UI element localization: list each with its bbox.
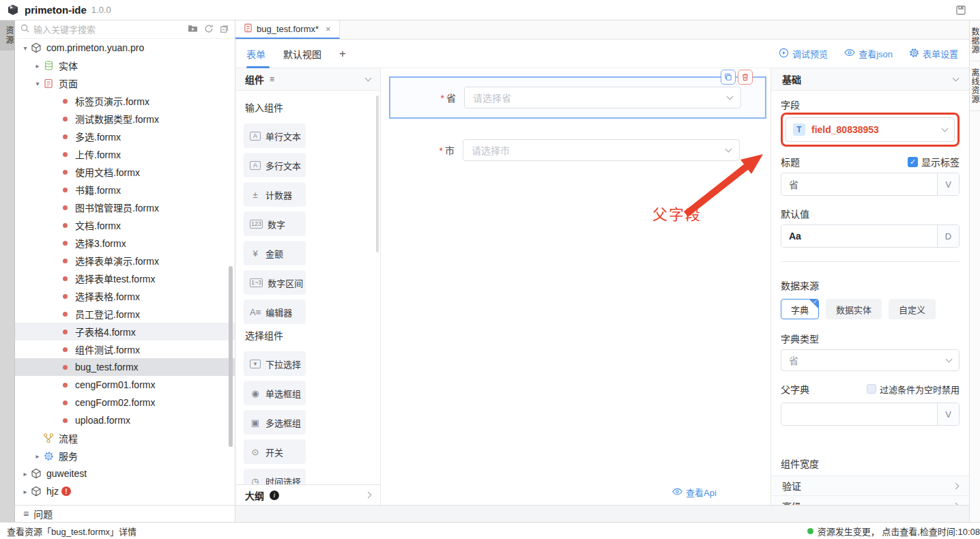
collapsed-section-row[interactable]: 验证	[771, 476, 969, 496]
palette-item[interactable]: A多行文本	[244, 153, 306, 177]
add-view-button[interactable]: +	[339, 47, 346, 61]
palette-menu-icon[interactable]: ≡	[270, 74, 274, 84]
problems-panel-toggle[interactable]: ≡ 问题	[15, 505, 235, 522]
tree-item[interactable]: ▸服务	[15, 447, 235, 465]
activity-tab-resources[interactable]: 资源	[0, 20, 15, 50]
search-input[interactable]	[33, 25, 188, 35]
tree-item[interactable]: 标签页演示.formx	[15, 92, 235, 110]
red-dot	[59, 326, 71, 337]
palette-item[interactable]: ▣多选框组	[244, 410, 306, 435]
parent-dict-variable-button[interactable]: V	[937, 403, 959, 425]
tree-item[interactable]: 书籍.formx	[15, 181, 235, 199]
palette-item[interactable]: 1~3数字区间	[244, 270, 306, 295]
show-label-checkbox[interactable]: ✓	[908, 157, 918, 167]
copy-component-button[interactable]	[721, 70, 736, 85]
palette-item[interactable]: A≡编辑器	[244, 300, 306, 324]
chevron-down-icon	[946, 356, 953, 363]
tree-item[interactable]: 文档.formx	[15, 216, 235, 234]
palette-item[interactable]: ¥金额	[244, 241, 306, 265]
tree-scrollbar[interactable]	[229, 266, 233, 447]
delete-component-button[interactable]	[738, 70, 753, 85]
properties-header[interactable]: 基础	[771, 68, 969, 91]
tree-item[interactable]: ▸guweitest	[15, 465, 235, 482]
title-variable-button[interactable]: V	[937, 173, 959, 195]
tree-item[interactable]: cengForm01.formx	[15, 376, 235, 394]
tree-item[interactable]: 选择表格.formx	[15, 287, 235, 305]
collapse-all-icon[interactable]	[220, 24, 229, 35]
filter-disable-checkbox[interactable]	[867, 384, 876, 394]
tree-item[interactable]: 图书馆管理员.formx	[15, 199, 235, 216]
annotation-text: 父字段	[652, 202, 702, 224]
datasource-option[interactable]: 数据实体	[826, 299, 882, 319]
palette-item[interactable]: ±计数器	[244, 182, 306, 207]
tree-item[interactable]: 流程	[15, 429, 235, 447]
save-icon[interactable]	[955, 5, 966, 16]
tree-item-label: 使用文档.formx	[75, 165, 140, 179]
caret-right-icon[interactable]: ▸	[20, 470, 30, 478]
tree-item[interactable]: cengForm02.formx	[15, 394, 235, 411]
outline-toggle[interactable]: 大纲 i	[235, 484, 380, 505]
tab-default-view[interactable]: 默认视图	[283, 40, 321, 68]
palette-item[interactable]: A单行文本	[244, 123, 306, 148]
title-input[interactable]	[781, 173, 937, 195]
caret-down-icon[interactable]: ▾	[20, 44, 30, 52]
palette-item-label: 多行文本	[265, 159, 301, 172]
tree-item[interactable]: 使用文档.formx	[15, 163, 235, 181]
refresh-icon[interactable]	[204, 24, 214, 35]
tree-item[interactable]: 多选.formx	[15, 128, 235, 145]
tree-item[interactable]: 选择3.formx	[15, 234, 235, 252]
palette-item[interactable]: ⊙开关	[244, 439, 306, 464]
tree-item[interactable]: ▾页面	[15, 74, 235, 92]
tree-item[interactable]: 上传.formx	[15, 145, 235, 163]
datasource-option[interactable]: 字典✓	[781, 299, 819, 319]
palette-scrollbar[interactable]	[376, 96, 379, 252]
default-value-input[interactable]	[781, 225, 937, 247]
chevron-down-icon[interactable]	[365, 75, 372, 82]
status-left-text[interactable]: 查看资源「bug_test.formx」详情	[0, 525, 136, 538]
title-bar: primeton-ide 1.0.0	[0, 0, 980, 20]
palette-item[interactable]: ◉单选框组	[244, 381, 306, 405]
view-api-link[interactable]: 查看Api	[672, 486, 717, 499]
parent-dict-input[interactable]	[781, 403, 937, 425]
file-tab[interactable]: bug_test.formx* ×	[235, 20, 340, 39]
tree-item[interactable]: 组件测试.formx	[15, 340, 235, 358]
default-dynamic-button[interactable]: D	[937, 225, 959, 247]
caret-right-icon[interactable]: ▸	[33, 452, 42, 460]
palette-item[interactable]: ◷时间选择	[244, 469, 306, 484]
tab-offline-resources[interactable]: 离线资源	[970, 61, 980, 111]
new-folder-icon[interactable]	[188, 24, 198, 35]
collapsed-section-row[interactable]: 高级	[771, 496, 969, 505]
form-canvas[interactable]: *省请选择省*市请选择市 父字段 查看Api	[381, 68, 771, 505]
tree-item[interactable]: ▸实体	[15, 57, 235, 74]
tree-item[interactable]: bug_test.formx	[15, 358, 235, 376]
dict-type-select[interactable]: 省	[781, 349, 960, 371]
debug-preview-button[interactable]: 调试预览	[779, 47, 828, 60]
caret-down-icon[interactable]: ▾	[33, 80, 42, 87]
tree-item[interactable]: ▸hjz!	[15, 482, 235, 500]
tree-item[interactable]: 选择表单演示.formx	[15, 252, 235, 270]
tree-item[interactable]: 测试数据类型.formx	[15, 110, 235, 128]
datasource-option[interactable]: 自定义	[889, 299, 936, 319]
field-select[interactable]: T field_80838953	[786, 117, 955, 142]
tree-item[interactable]: ▾com.primeton.yuan.pro	[15, 39, 235, 57]
status-right[interactable]: 资源发生变更， 点击查看,检查时间:10:08	[807, 525, 980, 538]
palette-item[interactable]: 123数字	[244, 212, 306, 236]
caret-right-icon[interactable]: ▸	[20, 488, 30, 495]
tree-item[interactable]: upload.formx	[15, 411, 235, 429]
form-settings-button[interactable]: 表单设置	[909, 47, 958, 60]
tree-item[interactable]: 员工登记.formx	[15, 305, 235, 323]
tree-item[interactable]: 子表格4.formx	[15, 323, 235, 340]
currency-icon: ¥	[250, 248, 261, 259]
caret-right-icon[interactable]: ▸	[33, 62, 42, 70]
view-json-button[interactable]: 查看json	[844, 47, 893, 60]
canvas-field-select[interactable]: 请选择市	[463, 139, 740, 161]
close-tab-icon[interactable]: ×	[326, 24, 331, 34]
tab-datasource[interactable]: 数据源	[970, 20, 980, 61]
tree-item[interactable]: 选择表单test.formx	[15, 270, 235, 287]
tab-form[interactable]: 表单	[246, 40, 265, 68]
title-input-group: V	[781, 173, 960, 196]
selected-component-wrapper[interactable]: *省请选择省	[389, 76, 766, 119]
palette-item[interactable]: ▾下拉选择	[244, 351, 306, 376]
canvas-field-select[interactable]: 请选择省	[464, 87, 741, 108]
palette-item-label: 单选框组	[265, 387, 301, 400]
